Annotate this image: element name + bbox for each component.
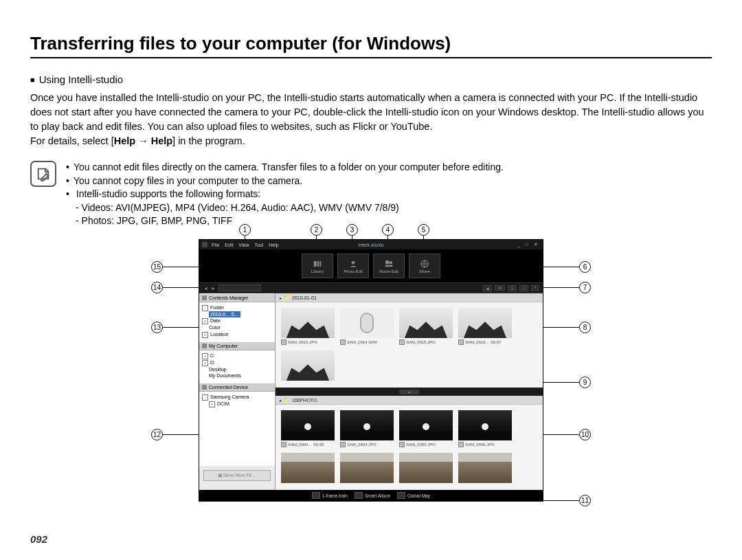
app-brand: Intelli-studio [358, 243, 383, 247]
bottom-bar: 1-frame-train Smart Album Global Map [199, 490, 543, 501]
callout-8: 8 [542, 322, 591, 333]
menu-tool[interactable]: Tool [254, 243, 263, 247]
mode-library[interactable]: Library [302, 254, 333, 278]
mode-movie-edit[interactable]: Movie Edit [373, 254, 405, 278]
photo-icon [399, 339, 405, 345]
drive-d[interactable]: D: [210, 360, 215, 365]
callout-10: 10 [542, 429, 591, 440]
app-icon [202, 242, 207, 247]
group-header-2[interactable]: 📁100PHOTO [276, 396, 543, 405]
node-mydocs[interactable]: My Documents [209, 373, 241, 378]
video-icon [458, 339, 464, 345]
menu-file[interactable]: File [212, 243, 219, 247]
tool-all[interactable]: All [495, 285, 505, 291]
note-subitem: Videos: AVI(MJPEG), MP4 (Video: H.264, A… [76, 201, 504, 215]
back-icon[interactable]: ◄ [203, 286, 208, 291]
p2-help1: Help [114, 135, 135, 146]
svg-rect-2 [320, 260, 322, 266]
my-computer-header[interactable]: My Computer [199, 341, 275, 350]
menu-bar[interactable]: File Edit View Tool Help [212, 243, 279, 247]
node-desktop[interactable]: Desktop [209, 367, 227, 372]
section-subhead: Using Intelli-studio [30, 74, 712, 85]
thumb-item[interactable]: SAM_0014.WAV [340, 308, 394, 345]
tool-grid-icon[interactable]: ☷ [519, 285, 528, 291]
p2-pre: For details, select [ [30, 135, 114, 146]
device-dcim[interactable]: DCIM [217, 401, 229, 406]
note-icon [30, 161, 56, 187]
note-subitem: Photos: JPG, GIF, BMP, PNG, TIFF [76, 214, 504, 228]
my-computer-tree[interactable]: +C: +D: Desktop My Documents [199, 350, 275, 383]
tool-prev[interactable]: ◀ [483, 285, 492, 291]
thumb-item[interactable]: SAM_0004.JPG [340, 410, 394, 447]
device-camera[interactable]: Samsung Camera [210, 394, 249, 399]
note-list: You cannot edit files directly on the ca… [66, 161, 504, 228]
toolstrip: ◄ ► ◀ All ☰ ☷ ? [199, 282, 543, 293]
mode-photo-edit[interactable]: Photo Edit [337, 254, 369, 278]
menu-help[interactable]: Help [269, 243, 278, 247]
mode-share[interactable]: Share [409, 254, 440, 278]
video-icon [281, 442, 286, 447]
tree-color[interactable]: Color [209, 325, 221, 330]
thumb-item[interactable]: SAM_0036.JPG [458, 410, 512, 447]
callout-13: 13 [151, 322, 200, 333]
bottom-1frametrain[interactable]: 1-frame-train [312, 492, 348, 499]
title-rule [30, 57, 712, 58]
thumb-item[interactable]: SAM_0005.JPG [399, 410, 453, 447]
tree-folder[interactable]: Folder [210, 305, 224, 310]
thumb-item[interactable]: SAM_0016… 00:57 [458, 308, 512, 345]
svg-rect-6 [385, 265, 393, 266]
tool-list-icon[interactable]: ☰ [508, 285, 517, 291]
bottom-smart-album[interactable]: Smart Album [355, 492, 390, 499]
note-item: You cannot edit files directly on the ca… [66, 161, 504, 175]
p2-post: ] in the program. [172, 135, 245, 146]
mode-bar: Library Photo Edit Movie Edit Share [199, 249, 543, 282]
svg-point-4 [385, 260, 390, 264]
photo-icon [281, 339, 286, 345]
svg-rect-0 [314, 260, 317, 266]
connected-device-header[interactable]: Connected Device [199, 383, 275, 392]
group-header-1[interactable]: 📁2010-01-01 [276, 293, 543, 302]
thumb-item[interactable]: SAM_0004… 00:32 [281, 410, 335, 447]
tool-help-icon[interactable]: ? [531, 285, 539, 291]
tree-date[interactable]: Date [210, 318, 221, 323]
callout-7: 7 [542, 282, 591, 293]
thumb-item[interactable]: SAM_0015.JPG [399, 308, 453, 345]
save-new-files-button[interactable]: ▣ Save New Fil… [203, 470, 271, 481]
audio-icon [340, 339, 346, 345]
thumb-item[interactable]: SAM_0013.JPG [281, 308, 335, 345]
mic-icon [340, 308, 394, 338]
thumb-item[interactable] [281, 453, 335, 484]
page-number: 092 [30, 533, 47, 545]
splitter[interactable]: ▾ [276, 388, 543, 396]
contents-tree[interactable]: -Folder 2010-0… 0… +Date Color +Location [199, 302, 275, 341]
thumb-grid-2: SAM_0004… 00:32 SAM_0004.JPG SAM_0005.JP… [276, 405, 543, 490]
path-box [218, 284, 261, 291]
thumb-item[interactable] [399, 453, 453, 484]
photo-icon [458, 442, 464, 447]
contents-manager-header[interactable]: Contents Manager [199, 293, 275, 302]
body-paragraph-1: Once you have installed the Intelli-stud… [30, 91, 712, 134]
p2-arrow: → [135, 135, 151, 146]
fwd-icon[interactable]: ► [211, 286, 216, 291]
tree-selected[interactable]: 2010-0… 0… [209, 311, 240, 317]
device-tree[interactable]: -Samsung Camera +DCIM [199, 392, 275, 466]
thumb-item[interactable] [281, 350, 335, 382]
thumb-item[interactable] [340, 453, 394, 484]
callout-15: 15 [151, 261, 200, 273]
window-buttons[interactable]: _ □ ✕ [517, 242, 540, 247]
photo-icon [399, 442, 405, 447]
photo-icon [340, 442, 346, 447]
drive-c[interactable]: C: [210, 353, 215, 358]
svg-point-3 [352, 260, 355, 264]
bottom-global-map[interactable]: Global Map [397, 492, 430, 499]
menu-edit[interactable]: Edit [225, 243, 233, 247]
tree-location[interactable]: Location [210, 332, 228, 337]
body-paragraph-2: For details, select [Help → Help] in the… [30, 134, 712, 148]
callout-12: 12 [151, 429, 200, 440]
callout-9: 9 [542, 377, 591, 388]
menu-view[interactable]: View [238, 243, 249, 247]
thumb-item[interactable] [458, 453, 512, 484]
p2-help2: Help [151, 135, 172, 146]
note-item-lead: Intelli-studio supports the following fo… [76, 188, 260, 199]
titlebar[interactable]: File Edit View Tool Help Intelli-studio … [199, 240, 543, 249]
